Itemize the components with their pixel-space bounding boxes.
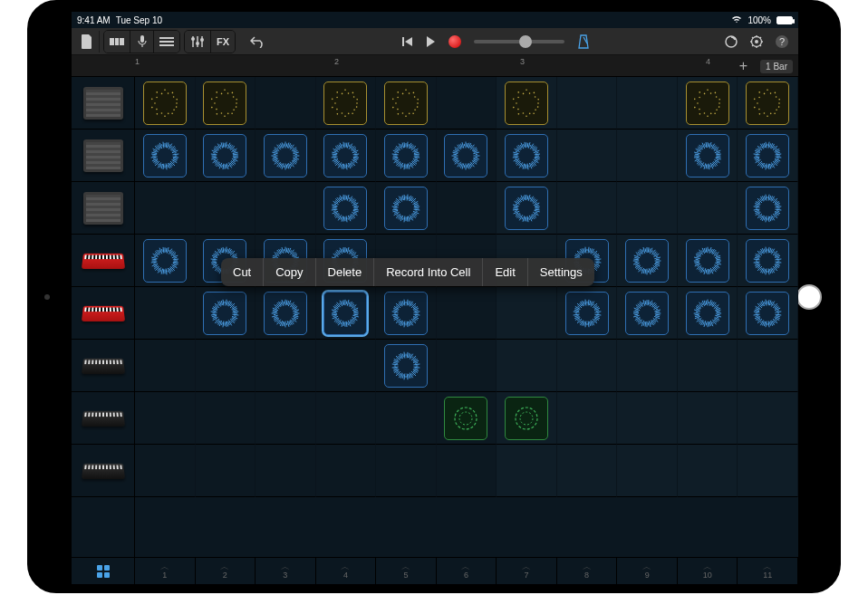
loop-cell[interactable] bbox=[323, 292, 367, 335]
grid-cell[interactable] bbox=[256, 392, 316, 445]
loop-cell[interactable] bbox=[143, 239, 187, 283]
loop-cell[interactable] bbox=[746, 292, 789, 335]
grid-cell[interactable] bbox=[678, 130, 738, 182]
loop-cell[interactable] bbox=[746, 239, 789, 283]
column-trigger-7[interactable]: ︿7 bbox=[497, 558, 557, 584]
column-trigger-8[interactable]: ︿8 bbox=[557, 558, 618, 584]
column-trigger-3[interactable]: ︿3 bbox=[256, 558, 316, 584]
grid-cell[interactable] bbox=[617, 340, 678, 392]
loop-cell[interactable] bbox=[323, 187, 367, 230]
browser-button[interactable] bbox=[104, 31, 130, 53]
grid-cell[interactable] bbox=[738, 130, 798, 182]
track-header-8[interactable] bbox=[72, 445, 134, 497]
loop-cell[interactable] bbox=[686, 82, 729, 125]
loop-cell[interactable] bbox=[384, 292, 428, 335]
loop-cell[interactable] bbox=[384, 187, 428, 230]
grid-cell[interactable] bbox=[196, 340, 256, 392]
track-header-4[interactable] bbox=[72, 235, 134, 287]
loop-cell[interactable] bbox=[686, 292, 729, 335]
grid-cell[interactable] bbox=[256, 182, 316, 235]
mic-button[interactable] bbox=[130, 31, 154, 53]
help-button[interactable]: ? bbox=[769, 31, 795, 53]
undo-button[interactable] bbox=[245, 31, 272, 53]
grid-cell[interactable] bbox=[617, 287, 678, 340]
grid-cell[interactable] bbox=[738, 445, 798, 497]
grid-cell[interactable] bbox=[617, 392, 678, 445]
column-trigger-1[interactable]: ︿1 bbox=[135, 558, 196, 584]
ruler[interactable]: 1 2 3 4 + 1 Bar bbox=[72, 55, 798, 77]
column-trigger-9[interactable]: ︿9 bbox=[617, 558, 678, 584]
loop-cell[interactable] bbox=[264, 292, 307, 335]
my-songs-button[interactable] bbox=[75, 31, 100, 53]
grid-cell[interactable] bbox=[437, 77, 497, 130]
context-menu-item[interactable]: Cut bbox=[221, 258, 264, 286]
track-header-5[interactable] bbox=[72, 287, 134, 340]
grid-cell[interactable] bbox=[738, 287, 798, 340]
grid-cell[interactable] bbox=[376, 130, 437, 182]
grid-cell[interactable] bbox=[437, 130, 497, 182]
grid-cell[interactable] bbox=[437, 445, 497, 497]
loop-cell[interactable] bbox=[203, 82, 246, 125]
grid-cell[interactable] bbox=[256, 445, 316, 497]
grid-cell[interactable] bbox=[135, 445, 196, 497]
volume-slider[interactable] bbox=[474, 40, 564, 43]
grid-cell[interactable] bbox=[135, 182, 196, 235]
loop-cell[interactable] bbox=[264, 134, 307, 177]
track-header-3[interactable] bbox=[72, 182, 134, 235]
metronome-button[interactable] bbox=[572, 31, 595, 53]
grid-cell[interactable] bbox=[376, 287, 437, 340]
grid-cell[interactable] bbox=[617, 235, 678, 287]
track-header-1[interactable] bbox=[72, 77, 134, 130]
grid-cell[interactable] bbox=[678, 182, 738, 235]
loop-cell[interactable] bbox=[505, 187, 548, 230]
loop-cell[interactable] bbox=[746, 134, 789, 177]
grid-cell[interactable] bbox=[497, 287, 557, 340]
grid-cell[interactable] bbox=[135, 235, 196, 287]
grid-cell[interactable] bbox=[617, 130, 678, 182]
grid-cell[interactable] bbox=[135, 287, 196, 340]
loop-cell[interactable] bbox=[203, 292, 246, 335]
grid-cell[interactable] bbox=[557, 340, 618, 392]
grid-cell[interactable] bbox=[196, 392, 256, 445]
grid-cell[interactable] bbox=[557, 287, 618, 340]
context-menu-item[interactable]: Record Into Cell bbox=[374, 258, 483, 286]
context-menu-item[interactable]: Settings bbox=[528, 258, 594, 286]
loop-cell[interactable] bbox=[323, 82, 367, 125]
add-section-button[interactable]: + bbox=[739, 58, 747, 74]
loop-cell[interactable] bbox=[746, 187, 789, 230]
loop-cell[interactable] bbox=[686, 134, 729, 177]
context-menu-item[interactable]: Delete bbox=[316, 258, 375, 286]
grid-cell[interactable] bbox=[497, 77, 557, 130]
grid-cell[interactable] bbox=[497, 182, 557, 235]
grid-cell[interactable] bbox=[497, 340, 557, 392]
grid-cell[interactable] bbox=[678, 235, 738, 287]
grid-cell[interactable] bbox=[316, 77, 377, 130]
grid-cell[interactable] bbox=[316, 340, 377, 392]
column-trigger-10[interactable]: ︿10 bbox=[678, 558, 738, 584]
track-header-2[interactable] bbox=[72, 130, 134, 182]
grid-cell[interactable] bbox=[135, 77, 196, 130]
grid-cell[interactable] bbox=[316, 182, 377, 235]
grid-cell[interactable] bbox=[135, 392, 196, 445]
grid-cell[interactable] bbox=[738, 392, 798, 445]
grid-cell[interactable] bbox=[437, 340, 497, 392]
column-trigger-6[interactable]: ︿6 bbox=[437, 558, 497, 584]
grid-cell[interactable] bbox=[376, 445, 437, 497]
grid-cell[interactable] bbox=[135, 130, 196, 182]
loop-cell[interactable] bbox=[444, 397, 487, 440]
grid-cell[interactable] bbox=[256, 287, 316, 340]
grid-cell[interactable] bbox=[437, 287, 497, 340]
context-menu-item[interactable]: Copy bbox=[264, 258, 315, 286]
grid-cell[interactable] bbox=[497, 445, 557, 497]
grid-cell[interactable] bbox=[256, 77, 316, 130]
fx-button[interactable]: FX bbox=[211, 31, 235, 53]
loop-cell[interactable] bbox=[505, 397, 548, 440]
record-button[interactable] bbox=[443, 31, 467, 53]
grid-cell[interactable] bbox=[256, 130, 316, 182]
context-menu-item[interactable]: Edit bbox=[483, 258, 527, 286]
grid-cell[interactable] bbox=[557, 182, 618, 235]
loop-cell[interactable] bbox=[505, 134, 548, 177]
grid-cell[interactable] bbox=[196, 182, 256, 235]
loop-cell[interactable] bbox=[384, 344, 428, 388]
grid-cell[interactable] bbox=[678, 340, 738, 392]
